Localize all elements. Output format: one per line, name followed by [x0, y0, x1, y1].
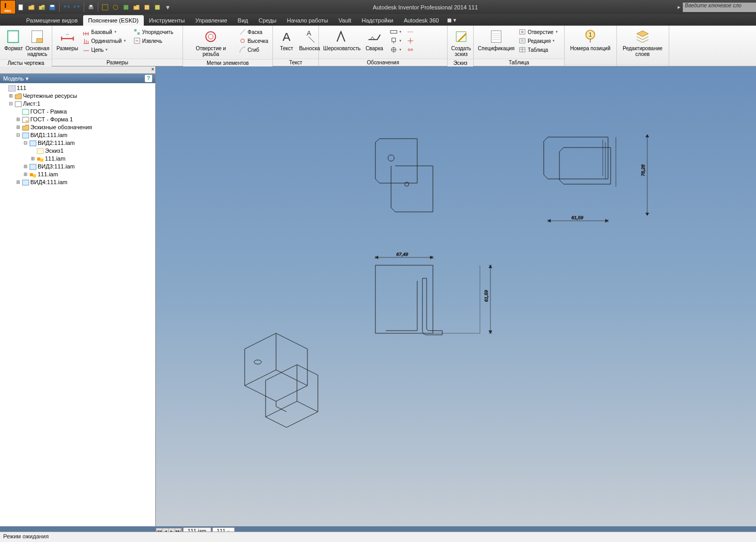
panel-dims-label: Размеры [52, 59, 182, 66]
format-button[interactable]: Формат [2, 27, 25, 52]
expand-icon[interactable]: ⊞ [16, 178, 21, 186]
tree-sheet[interactable]: ⊟Лист:1 [1, 100, 154, 108]
note-extra6-button[interactable] [406, 46, 415, 54]
collapse-icon[interactable]: ⊟ [23, 139, 28, 147]
qat-new-icon[interactable] [16, 3, 26, 12]
tab-view[interactable]: Вид [233, 15, 254, 26]
arrange-button[interactable]: Упорядочить [132, 28, 175, 36]
qat-dropdown-icon[interactable]: ▼ [163, 3, 173, 12]
tree-sketch-symbols[interactable]: ⊞Эскизные обозначения [1, 123, 154, 131]
search-dropdown-icon[interactable]: ▸ [678, 4, 681, 10]
retrieve-icon [133, 37, 141, 44]
dimensions-button[interactable]: ↔ Размеры [54, 27, 81, 52]
tree-view1[interactable]: ⊟ВИД1:111.iam [1, 131, 154, 139]
note-extra3-button[interactable]: ▾ [389, 46, 403, 54]
expand-icon[interactable]: ⊞ [30, 155, 36, 163]
tree-resources[interactable]: ⊞Чертежные ресурсы [1, 92, 154, 100]
svg-rect-39 [22, 109, 29, 115]
tree-view3[interactable]: ⊞ВИД3:111.iam [1, 163, 154, 171]
help-icon[interactable]: ? [145, 75, 152, 82]
qat-misc6-icon[interactable] [153, 3, 162, 12]
tab-start[interactable]: Начало работы [282, 15, 334, 26]
app-logo[interactable]: IPRO [0, 0, 16, 14]
qat-misc2-icon[interactable] [111, 3, 120, 12]
note-extra2-button[interactable]: ▾ [389, 37, 403, 45]
spec-button[interactable]: Спецификация [476, 27, 517, 52]
drawing-canvas[interactable]: 78,28 61,59 67,49 61,59 [156, 66, 756, 526]
tree-sketch1[interactable]: Эскиз1 [1, 147, 154, 155]
qat-print-icon[interactable] [86, 3, 96, 12]
qat-save-icon[interactable] [48, 3, 57, 12]
svg-rect-37 [8, 85, 16, 92]
dim-w2: 67,49 [396, 252, 408, 257]
note-extra1-button[interactable]: ▾ [389, 28, 403, 36]
search-input[interactable]: Введите ключевое сло [683, 3, 756, 12]
tab-env[interactable]: Среды [254, 15, 282, 26]
tree-root[interactable]: 111 [1, 84, 154, 92]
table-rev-button[interactable]: Редакция▾ [518, 37, 558, 45]
ordinate-dim-button[interactable]: Ординатный▾ [82, 37, 127, 45]
qat-undo-icon[interactable] [62, 3, 71, 12]
svg-rect-42 [22, 133, 29, 138]
tree-gost-form[interactable]: ⊞ГОСТ - Форма 1 [1, 116, 154, 123]
tab-a360[interactable]: Autodesk 360 [398, 15, 444, 26]
model-tree[interactable]: 111 ⊞Чертежные ресурсы ⊟Лист:1 ГОСТ - Ра… [0, 83, 155, 526]
collapse-icon[interactable]: ⊟ [16, 131, 21, 139]
gd-icon [390, 28, 397, 36]
expand-icon[interactable]: ⊞ [8, 92, 14, 100]
leader-button[interactable]: A Выноска [298, 27, 321, 52]
expand-icon[interactable]: ⊞ [16, 116, 21, 123]
base-dim-button[interactable]: Базовый▾ [82, 28, 127, 36]
note-extra5-button[interactable] [406, 37, 415, 45]
expand-icon[interactable]: ⊞ [23, 163, 28, 171]
table-hole-button[interactable]: Отверстие▾ [518, 28, 558, 36]
dim-h2: 61,59 [484, 290, 489, 302]
svg-rect-6 [102, 4, 108, 10]
tree-gost-frame[interactable]: ГОСТ - Рамка [1, 108, 154, 116]
tab-manage[interactable]: Управление [190, 15, 232, 26]
title-block-button[interactable]: Основная надпись [25, 27, 50, 58]
roughness-button[interactable]: Шероховатость [321, 27, 363, 52]
collapse-icon[interactable]: ⊟ [8, 100, 14, 108]
create-sketch-button[interactable]: Создать эскиз [450, 27, 473, 58]
tree-iam[interactable]: ⊞111.iam [1, 171, 154, 178]
chamfer-button[interactable]: Фаска [238, 28, 269, 36]
tab-tools[interactable]: Инструменты [144, 15, 190, 26]
table-tbl-button[interactable]: Таблица [518, 46, 558, 54]
tab-overflow-icon[interactable]: ◼ ▾ [444, 15, 460, 26]
balloon-button[interactable]: 1 Номера позиций [567, 27, 614, 52]
expand-icon[interactable]: ⊞ [16, 123, 21, 131]
tree-view2[interactable]: ⊟ВИД2:111.iam [1, 139, 154, 147]
tab-addins[interactable]: Надстройки [357, 15, 398, 26]
expand-icon[interactable]: ⊞ [23, 171, 28, 178]
retrieve-button[interactable]: Извлечь [132, 37, 175, 45]
tab-views[interactable]: Размещение видов [21, 15, 83, 26]
close-browser-icon[interactable]: × [151, 66, 154, 72]
text-button[interactable]: A Текст [275, 27, 298, 52]
qat-misc4-icon[interactable] [132, 3, 141, 12]
tree-inner-iam[interactable]: ⊞111.iam [1, 155, 154, 163]
qat-misc5-icon[interactable] [142, 3, 152, 12]
centerline-icon [407, 28, 414, 36]
browser-header[interactable]: Модель ▾ ? [0, 74, 155, 83]
svg-text:↔: ↔ [65, 32, 70, 37]
tab-annotation[interactable]: Пояснение (ESKD) [83, 15, 144, 26]
tree-view4[interactable]: ⊞ВИД4:111.iam [1, 178, 154, 186]
qat-redo-icon[interactable] [72, 3, 82, 12]
qat-open-icon[interactable] [27, 3, 36, 12]
bend-button[interactable]: Сгиб [238, 46, 269, 54]
text-label: Текст [280, 46, 293, 51]
qat-misc1-icon[interactable] [100, 3, 110, 12]
create-sketch-label: Создать эскиз [451, 46, 471, 57]
note-extra4-button[interactable] [406, 28, 415, 36]
qat-open2-icon[interactable] [37, 3, 47, 12]
punch-button[interactable]: Высечка [238, 37, 269, 45]
chain-dim-button[interactable]: Цепь▾ [82, 46, 127, 54]
qat-misc3-icon[interactable] [121, 3, 131, 12]
edit-layers-button[interactable]: Редактирование слоев [619, 27, 666, 58]
ribbon: Формат Основная надпись Листы чертежа ↔ … [0, 26, 756, 66]
weld-button[interactable]: Сварка [363, 27, 386, 52]
tab-vault[interactable]: Vault [334, 15, 357, 26]
browser-title: Модель [3, 75, 24, 82]
hole-thread-button[interactable]: Отверстие и резьба [185, 27, 237, 58]
